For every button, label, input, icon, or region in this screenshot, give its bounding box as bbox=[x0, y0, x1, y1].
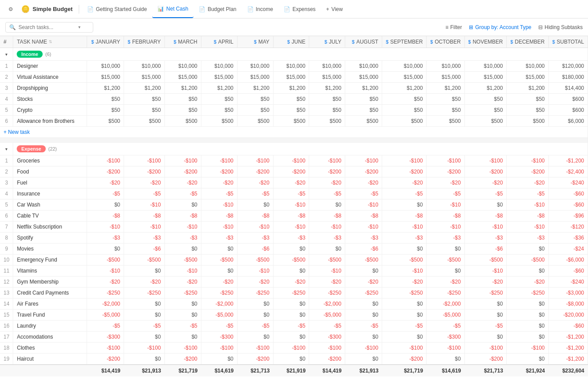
money-cell[interactable]: $1,200 bbox=[87, 83, 124, 94]
money-cell[interactable]: $0 bbox=[124, 310, 164, 321]
money-cell[interactable]: $500 bbox=[124, 116, 164, 127]
money-cell[interactable]: -$5,000 bbox=[87, 310, 124, 321]
money-cell[interactable]: -$8 bbox=[124, 210, 164, 221]
money-cell[interactable]: -$6 bbox=[464, 243, 507, 255]
money-cell[interactable]: -$200 bbox=[382, 166, 427, 177]
money-cell[interactable]: -$3 bbox=[464, 232, 507, 243]
task-name-cell[interactable]: Haircut bbox=[13, 354, 87, 365]
money-cell[interactable]: -$3 bbox=[164, 232, 201, 243]
task-name-cell[interactable]: Movies bbox=[13, 243, 87, 255]
money-cell[interactable]: -$5 bbox=[309, 321, 345, 332]
money-cell[interactable]: -$10 bbox=[309, 266, 345, 277]
money-cell[interactable]: -$250 bbox=[273, 288, 309, 299]
money-cell[interactable]: -$20 bbox=[507, 177, 548, 188]
money-cell[interactable]: $50 bbox=[507, 94, 548, 105]
task-name-cell[interactable]: Allowance from Brothers bbox=[13, 116, 87, 127]
money-cell[interactable]: -$10 bbox=[87, 221, 124, 232]
money-cell[interactable]: $0 bbox=[464, 299, 507, 310]
task-name-cell[interactable]: Fuel bbox=[13, 177, 87, 188]
money-cell[interactable]: $50 bbox=[382, 94, 427, 105]
money-cell[interactable]: $1,200 bbox=[164, 83, 201, 94]
money-cell[interactable]: -$100 bbox=[464, 155, 507, 166]
money-cell[interactable]: $0 bbox=[382, 243, 427, 255]
hiding-subtasks-button[interactable]: ⊟ Hiding Subtasks bbox=[538, 24, 583, 30]
money-cell[interactable]: $0 bbox=[309, 199, 345, 210]
money-cell[interactable]: -$200 bbox=[507, 166, 548, 177]
money-cell[interactable]: $50 bbox=[201, 105, 237, 116]
money-cell[interactable]: $10,000 bbox=[164, 61, 201, 72]
money-cell[interactable]: -$100 bbox=[464, 343, 507, 354]
money-cell[interactable]: -$500 bbox=[87, 255, 124, 266]
money-cell[interactable]: $50 bbox=[87, 105, 124, 116]
money-cell[interactable]: -$10 bbox=[464, 221, 507, 232]
money-cell[interactable]: -$6 bbox=[124, 243, 164, 255]
nav-tab-getting-started[interactable]: 📄Getting Started Guide bbox=[82, 0, 152, 18]
money-cell[interactable]: -$100 bbox=[382, 343, 427, 354]
money-cell[interactable]: -$10 bbox=[345, 199, 382, 210]
money-cell[interactable]: $15,000 bbox=[345, 72, 382, 83]
new-task-row[interactable]: + New task bbox=[0, 127, 588, 138]
money-cell[interactable]: -$200 bbox=[309, 166, 345, 177]
money-cell[interactable]: -$500 bbox=[164, 255, 201, 266]
money-cell[interactable]: $10,000 bbox=[237, 61, 273, 72]
money-cell[interactable]: $0 bbox=[87, 199, 124, 210]
money-cell[interactable]: -$20 bbox=[507, 277, 548, 288]
group-chevron-cell[interactable]: ▾ bbox=[0, 48, 13, 61]
money-cell[interactable]: $0 bbox=[124, 266, 164, 277]
money-cell[interactable]: -$20 bbox=[164, 277, 201, 288]
money-cell[interactable]: $50 bbox=[464, 105, 507, 116]
money-cell[interactable]: -$100 bbox=[382, 155, 427, 166]
money-cell[interactable]: -$250 bbox=[345, 288, 382, 299]
money-cell[interactable]: -$5,000 bbox=[427, 310, 464, 321]
money-cell[interactable]: $15,000 bbox=[464, 72, 507, 83]
money-cell[interactable]: -$3 bbox=[237, 232, 273, 243]
money-cell[interactable]: $0 bbox=[124, 299, 164, 310]
money-cell[interactable]: $50 bbox=[309, 94, 345, 105]
money-cell[interactable]: -$20 bbox=[124, 177, 164, 188]
money-cell[interactable]: -$500 bbox=[427, 255, 464, 266]
money-cell[interactable]: -$5 bbox=[273, 188, 309, 199]
money-cell[interactable]: $0 bbox=[237, 332, 273, 343]
money-cell[interactable]: -$20 bbox=[87, 177, 124, 188]
money-cell[interactable]: $0 bbox=[164, 332, 201, 343]
money-cell[interactable]: -$8 bbox=[382, 210, 427, 221]
money-cell[interactable]: -$20 bbox=[237, 177, 273, 188]
money-cell[interactable]: $1,200 bbox=[237, 83, 273, 94]
money-cell[interactable]: $1,200 bbox=[345, 83, 382, 94]
task-name-cell[interactable]: Travel Fund bbox=[13, 310, 87, 321]
task-name-cell[interactable]: Laundry bbox=[13, 321, 87, 332]
money-cell[interactable]: $50 bbox=[201, 94, 237, 105]
nav-tab-budget-plan[interactable]: 📄Budget Plan bbox=[194, 0, 241, 18]
money-cell[interactable]: -$20 bbox=[87, 277, 124, 288]
money-cell[interactable]: $500 bbox=[427, 116, 464, 127]
money-cell[interactable]: $1,200 bbox=[309, 83, 345, 94]
money-cell[interactable]: $0 bbox=[201, 354, 237, 365]
money-cell[interactable]: $0 bbox=[164, 199, 201, 210]
money-cell[interactable]: -$200 bbox=[87, 166, 124, 177]
new-task-label[interactable]: + New task bbox=[0, 127, 588, 138]
money-cell[interactable]: $1,200 bbox=[427, 83, 464, 94]
money-cell[interactable]: $50 bbox=[345, 94, 382, 105]
money-cell[interactable]: -$300 bbox=[309, 332, 345, 343]
money-cell[interactable]: $500 bbox=[164, 116, 201, 127]
task-name-cell[interactable]: Gym Membership bbox=[13, 277, 87, 288]
money-cell[interactable]: $0 bbox=[382, 299, 427, 310]
money-cell[interactable]: -$5 bbox=[201, 188, 237, 199]
money-cell[interactable]: -$10 bbox=[164, 266, 201, 277]
money-cell[interactable]: -$5,000 bbox=[201, 310, 237, 321]
money-cell[interactable]: -$5 bbox=[507, 188, 548, 199]
money-cell[interactable]: $15,000 bbox=[382, 72, 427, 83]
money-cell[interactable]: $0 bbox=[345, 299, 382, 310]
money-cell[interactable]: -$5 bbox=[464, 188, 507, 199]
money-cell[interactable]: $1,200 bbox=[124, 83, 164, 94]
money-cell[interactable]: -$10 bbox=[124, 199, 164, 210]
chevron-icon[interactable]: ▾ bbox=[5, 52, 7, 57]
money-cell[interactable]: -$250 bbox=[124, 288, 164, 299]
money-cell[interactable]: -$5 bbox=[345, 321, 382, 332]
money-cell[interactable]: $0 bbox=[273, 243, 309, 255]
money-cell[interactable]: -$20 bbox=[124, 277, 164, 288]
money-cell[interactable]: -$500 bbox=[273, 255, 309, 266]
search-box[interactable]: 🔍 ▾ bbox=[5, 22, 93, 33]
money-cell[interactable]: $0 bbox=[427, 266, 464, 277]
money-cell[interactable]: -$100 bbox=[87, 343, 124, 354]
